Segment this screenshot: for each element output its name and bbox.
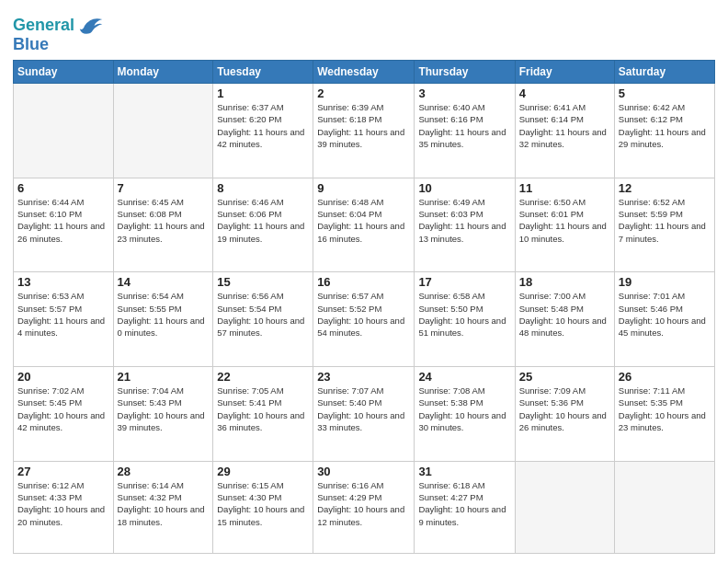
day-info: Sunrise: 7:05 AM Sunset: 5:41 PM Dayligh… [217,385,309,433]
calendar-cell: 11Sunrise: 6:50 AM Sunset: 6:01 PM Dayli… [515,178,614,272]
logo-bird-icon [78,13,104,39]
calendar-body: 1Sunrise: 6:37 AM Sunset: 6:20 PM Daylig… [14,84,715,554]
day-info: Sunrise: 6:44 AM Sunset: 6:10 PM Dayligh… [17,196,109,245]
day-info: Sunrise: 7:07 AM Sunset: 5:40 PM Dayligh… [317,385,410,433]
calendar-cell [515,461,614,553]
day-number: 6 [17,181,109,195]
day-number: 1 [217,86,309,100]
calendar-cell: 24Sunrise: 7:08 AM Sunset: 5:38 PM Dayli… [415,367,515,462]
day-info: Sunrise: 6:49 AM Sunset: 6:03 PM Dayligh… [418,196,510,245]
day-number: 14 [118,275,210,289]
logo-text: General [13,17,74,35]
calendar-cell: 29Sunrise: 6:15 AM Sunset: 4:30 PM Dayli… [213,461,313,553]
calendar-cell: 13Sunrise: 6:53 AM Sunset: 5:57 PM Dayli… [14,272,114,367]
day-number: 22 [217,370,309,384]
calendar-cell: 14Sunrise: 6:54 AM Sunset: 5:55 PM Dayli… [113,272,213,367]
calendar-week-4: 27Sunrise: 6:12 AM Sunset: 4:33 PM Dayli… [14,461,715,553]
day-info: Sunrise: 6:54 AM Sunset: 5:55 PM Dayligh… [118,290,210,339]
day-info: Sunrise: 6:18 AM Sunset: 4:27 PM Dayligh… [418,479,510,528]
day-info: Sunrise: 6:45 AM Sunset: 6:08 PM Dayligh… [118,196,210,245]
day-number: 30 [317,465,410,478]
calendar-cell: 18Sunrise: 7:00 AM Sunset: 5:48 PM Dayli… [515,272,614,367]
day-number: 26 [619,370,711,384]
calendar-cell [14,84,114,178]
day-number: 13 [17,275,109,289]
day-number: 2 [317,86,410,100]
day-info: Sunrise: 6:57 AM Sunset: 5:52 PM Dayligh… [317,290,410,339]
day-number: 11 [519,181,610,195]
calendar-cell: 27Sunrise: 6:12 AM Sunset: 4:33 PM Dayli… [14,461,114,553]
day-number: 31 [418,465,510,478]
calendar-cell: 26Sunrise: 7:11 AM Sunset: 5:35 PM Dayli… [614,367,714,462]
calendar-cell: 3Sunrise: 6:40 AM Sunset: 6:16 PM Daylig… [415,84,515,178]
day-info: Sunrise: 6:16 AM Sunset: 4:29 PM Dayligh… [317,479,410,528]
calendar-cell: 6Sunrise: 6:44 AM Sunset: 6:10 PM Daylig… [14,178,114,272]
calendar-header-sunday: Sunday [14,61,114,84]
calendar-cell: 20Sunrise: 7:02 AM Sunset: 5:45 PM Dayli… [14,367,114,462]
calendar-header-thursday: Thursday [415,61,515,84]
day-number: 17 [418,275,510,289]
calendar-cell: 25Sunrise: 7:09 AM Sunset: 5:36 PM Dayli… [515,367,614,462]
day-info: Sunrise: 6:39 AM Sunset: 6:18 PM Dayligh… [317,101,410,150]
calendar-header-row: SundayMondayTuesdayWednesdayThursdayFrid… [14,61,715,84]
day-info: Sunrise: 7:01 AM Sunset: 5:46 PM Dayligh… [619,290,711,339]
day-info: Sunrise: 6:42 AM Sunset: 6:12 PM Dayligh… [619,101,711,150]
day-number: 18 [519,275,610,289]
calendar-cell: 1Sunrise: 6:37 AM Sunset: 6:20 PM Daylig… [213,84,313,178]
day-number: 4 [519,86,610,100]
day-number: 5 [619,86,711,100]
day-number: 29 [217,465,309,478]
calendar-header-friday: Friday [515,61,614,84]
day-info: Sunrise: 6:15 AM Sunset: 4:30 PM Dayligh… [217,479,309,528]
day-info: Sunrise: 6:46 AM Sunset: 6:06 PM Dayligh… [217,196,309,245]
logo-general: General [13,16,74,34]
day-number: 20 [17,370,109,384]
calendar-cell [113,84,213,178]
day-info: Sunrise: 6:56 AM Sunset: 5:54 PM Dayligh… [217,290,309,339]
calendar-header-saturday: Saturday [614,61,714,84]
header: General Blue [13,9,715,54]
day-number: 16 [317,275,410,289]
day-info: Sunrise: 6:53 AM Sunset: 5:57 PM Dayligh… [17,290,109,339]
calendar-cell: 10Sunrise: 6:49 AM Sunset: 6:03 PM Dayli… [415,178,515,272]
page: General Blue SundayMondayTuesdayWednesda… [0,0,728,563]
day-info: Sunrise: 6:50 AM Sunset: 6:01 PM Dayligh… [519,196,610,245]
calendar-cell [614,461,714,553]
calendar-cell: 7Sunrise: 6:45 AM Sunset: 6:08 PM Daylig… [113,178,213,272]
calendar-cell: 5Sunrise: 6:42 AM Sunset: 6:12 PM Daylig… [614,84,714,178]
day-number: 8 [217,181,309,195]
day-info: Sunrise: 6:58 AM Sunset: 5:50 PM Dayligh… [418,290,510,339]
calendar-week-0: 1Sunrise: 6:37 AM Sunset: 6:20 PM Daylig… [14,84,715,178]
calendar-table: SundayMondayTuesdayWednesdayThursdayFrid… [13,60,715,554]
day-number: 24 [418,370,510,384]
calendar-cell: 2Sunrise: 6:39 AM Sunset: 6:18 PM Daylig… [313,84,415,178]
calendar-week-1: 6Sunrise: 6:44 AM Sunset: 6:10 PM Daylig… [14,178,715,272]
day-info: Sunrise: 6:40 AM Sunset: 6:16 PM Dayligh… [418,101,510,150]
day-number: 9 [317,181,410,195]
day-info: Sunrise: 6:12 AM Sunset: 4:33 PM Dayligh… [17,479,109,528]
calendar-cell: 8Sunrise: 6:46 AM Sunset: 6:06 PM Daylig… [213,178,313,272]
calendar-week-3: 20Sunrise: 7:02 AM Sunset: 5:45 PM Dayli… [14,367,715,462]
day-number: 25 [519,370,610,384]
calendar-cell: 22Sunrise: 7:05 AM Sunset: 5:41 PM Dayli… [213,367,313,462]
day-info: Sunrise: 7:04 AM Sunset: 5:43 PM Dayligh… [118,385,210,433]
day-number: 12 [619,181,711,195]
calendar-cell: 17Sunrise: 6:58 AM Sunset: 5:50 PM Dayli… [415,272,515,367]
calendar-cell: 9Sunrise: 6:48 AM Sunset: 6:04 PM Daylig… [313,178,415,272]
day-number: 3 [418,86,510,100]
day-info: Sunrise: 7:02 AM Sunset: 5:45 PM Dayligh… [17,385,109,433]
calendar-header-monday: Monday [113,61,213,84]
calendar-cell: 28Sunrise: 6:14 AM Sunset: 4:32 PM Dayli… [113,461,213,553]
calendar-cell: 19Sunrise: 7:01 AM Sunset: 5:46 PM Dayli… [614,272,714,367]
day-number: 19 [619,275,711,289]
calendar-cell: 4Sunrise: 6:41 AM Sunset: 6:14 PM Daylig… [515,84,614,178]
day-info: Sunrise: 7:11 AM Sunset: 5:35 PM Dayligh… [619,385,711,433]
day-number: 21 [118,370,210,384]
day-number: 15 [217,275,309,289]
day-number: 27 [17,465,109,478]
day-number: 23 [317,370,410,384]
day-number: 28 [118,465,210,478]
day-info: Sunrise: 6:14 AM Sunset: 4:32 PM Dayligh… [118,479,210,528]
calendar-header-wednesday: Wednesday [313,61,415,84]
day-number: 7 [118,181,210,195]
